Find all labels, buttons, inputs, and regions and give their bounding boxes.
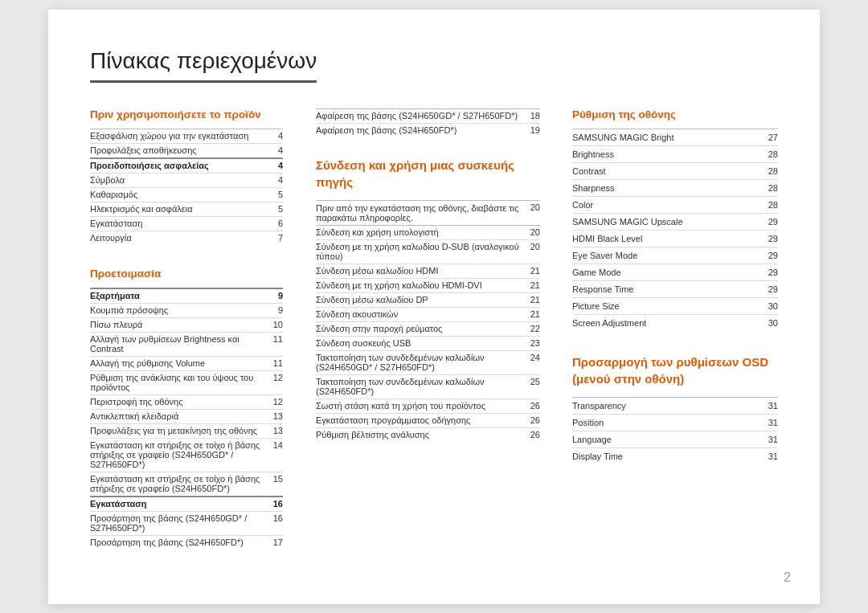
table-row: Εγκατάσταση κιτ στήριξης σε τοίχο ή βάση… xyxy=(90,438,283,472)
table-row: Σύνδεση με τη χρήση καλωδίου HDMI-DVI21 xyxy=(316,278,540,292)
table-row: Αφαίρεση της βάσης (S24H650FD*)19 xyxy=(316,123,540,137)
middle-items-table: Σύνδεση και χρήση υπολογιστή20Σύνδεση με… xyxy=(316,225,540,442)
section-osd-table: Transparency31Position31Language31Displa… xyxy=(572,397,778,464)
table-row: Καθαρισμός5 xyxy=(90,187,283,202)
col-middle: Αφαίρεση της βάσης (S24H650GD* / S27H650… xyxy=(299,108,556,572)
table-row: Ρύθμιση της ανάκλισης και του ύψους του … xyxy=(90,370,283,394)
table-row: Εγκατάσταση16 xyxy=(90,497,283,512)
table-row: SAMSUNG MAGIC Bright27 xyxy=(572,129,778,145)
middle-top-table: Αφαίρεση της βάσης (S24H650GD* / S27H650… xyxy=(316,108,540,137)
section-screen-table: SAMSUNG MAGIC Bright27Brightness28Contra… xyxy=(572,129,778,331)
section-osd-title: Προσαρμογή των ρυθμίσεων OSD (μενού στην… xyxy=(572,353,778,387)
table-row: Αντικλεπτική κλειδαριά13 xyxy=(90,409,283,423)
table-row: Screen Adjustment30 xyxy=(572,314,778,331)
table-row: Σύνδεση και χρήση υπολογιστή20 xyxy=(316,225,540,239)
section-prep: Προετοιμασία Εξαρτήματα9Κουμπιά πρόσοψης… xyxy=(90,268,283,550)
section-connect-title: Σύνδεση και χρήση μιας συσκευής πηγής xyxy=(316,157,540,190)
table-row: Τακτοποίηση των συνδεδεμένων καλωδίων (S… xyxy=(316,374,540,398)
middle-top: Αφαίρεση της βάσης (S24H650GD* / S27H650… xyxy=(316,108,540,137)
table-row: Τακτοποίηση των συνδεδεμένων καλωδίων (S… xyxy=(316,350,540,374)
col-left: Πριν χρησιμοποιήσετε το προϊόν Εξασφάλισ… xyxy=(90,108,299,572)
table-row: Ρύθμιση βέλτιστης ανάλυσης26 xyxy=(316,427,540,442)
section-prep-title: Προετοιμασία xyxy=(90,268,283,280)
section-connect: Σύνδεση και χρήση μιας συσκευής πηγής Πρ… xyxy=(316,157,540,442)
section-osd: Προσαρμογή των ρυθμίσεων OSD (μενού στην… xyxy=(572,353,778,464)
table-row: HDMI Black Level29 xyxy=(572,230,778,247)
col-right: Ρύθμιση της οθόνης SAMSUNG MAGIC Bright2… xyxy=(556,108,778,572)
table-row: Σύνδεση μέσω καλωδίου DP21 xyxy=(316,292,540,307)
table-row: Σύνδεση μέσω καλωδίου HDMI21 xyxy=(316,264,540,278)
table-row: Response Time29 xyxy=(572,280,778,297)
section-before-use-title: Πριν χρησιμοποιήσετε το προϊόν xyxy=(90,108,283,121)
table-row: Προφυλάξεις αποθήκευσης4 xyxy=(90,143,283,158)
table-row: Εγκατάσταση κιτ στήριξης σε τοίχο ή βάση… xyxy=(90,472,283,497)
table-row: Σύνδεση στην παροχή ρεύματος22 xyxy=(316,321,540,336)
table-row: Display Time31 xyxy=(572,447,778,464)
table-row: Λειτουργία7 xyxy=(90,231,283,245)
table-row: SAMSUNG MAGIC Upscale29 xyxy=(572,213,778,230)
section-prep-table: Εξαρτήματα9Κουμπιά πρόσοψης9Πίσω πλευρά1… xyxy=(90,288,283,550)
table-row: Color28 xyxy=(572,196,778,213)
table-row: Brightness28 xyxy=(572,145,778,162)
table-row: Ηλεκτρισμός και ασφάλεια5 xyxy=(90,202,283,216)
table-row: Game Mode29 xyxy=(572,264,778,280)
page-title: Πίνακας περιεχομένων xyxy=(90,48,317,83)
table-row: Κουμπιά πρόσοψης9 xyxy=(90,303,283,317)
table-row: Προειδοποιήσεις ασφαλείας4 xyxy=(90,158,283,174)
table-row: Eye Saver Mode29 xyxy=(572,247,778,264)
middle-intro-label: Πριν από την εγκατάσταση της οθόνης, δια… xyxy=(316,200,521,225)
table-row: Position31 xyxy=(572,414,778,431)
section-screen-title: Ρύθμιση της οθόνης xyxy=(572,108,778,121)
table-row: Picture Size30 xyxy=(572,297,778,314)
table-row: Σύνδεση ακουστικών21 xyxy=(316,307,540,321)
middle-intro-table: Πριν από την εγκατάσταση της οθόνης, δια… xyxy=(316,200,540,225)
table-row: Αλλαγή των ρυθμίσεων Brightness και Cont… xyxy=(90,332,283,356)
table-row: Εγκατάσταση προγράμματος οδήγησης26 xyxy=(316,413,540,427)
table-row: Σωστή στάση κατά τη χρήση του προϊόντος2… xyxy=(316,398,540,413)
table-row: Transparency31 xyxy=(572,397,778,414)
table-row: Προφυλάξεις για τη μετακίνηση της οθόνης… xyxy=(90,423,283,438)
section-screen: Ρύθμιση της οθόνης SAMSUNG MAGIC Bright2… xyxy=(572,108,778,331)
page-number: 2 xyxy=(784,570,791,585)
table-row: Sharpness28 xyxy=(572,179,778,196)
table-row: Σύμβολα4 xyxy=(90,173,283,187)
table-row: Εγκατάσταση6 xyxy=(90,216,283,231)
section-before-use: Πριν χρησιμοποιήσετε το προϊόν Εξασφάλισ… xyxy=(90,108,283,245)
table-row: Εξασφάλιση χώρου για την εγκατάσταση4 xyxy=(90,129,283,143)
table-row: Αφαίρεση της βάσης (S24H650GD* / S27H650… xyxy=(316,108,540,123)
table-row: Σύνδεση συσκευής USB23 xyxy=(316,336,540,350)
middle-intro-num: 20 xyxy=(521,200,540,225)
table-row: Προσάρτηση της βάσης (S24H650FD*)17 xyxy=(90,535,283,550)
table-row: Περιστροφή της οθόνης12 xyxy=(90,394,283,409)
section-before-use-table: Εξασφάλιση χώρου για την εγκατάσταση4Προ… xyxy=(90,129,283,245)
table-row: Πίσω πλευρά10 xyxy=(90,317,283,332)
table-row: Language31 xyxy=(572,431,778,447)
table-row: Προσάρτηση της βάσης (S24H650GD* / S27H6… xyxy=(90,511,283,535)
table-row: Αλλαγή της ρύθμισης Volume11 xyxy=(90,356,283,370)
page: Πίνακας περιεχομένων Πριν χρησιμοποιήσετ… xyxy=(48,10,820,604)
table-row: Εξαρτήματα9 xyxy=(90,288,283,304)
table-row: Contrast28 xyxy=(572,162,778,179)
table-row: Σύνδεση με τη χρήση καλωδίου D-SUB (αναλ… xyxy=(316,239,540,264)
